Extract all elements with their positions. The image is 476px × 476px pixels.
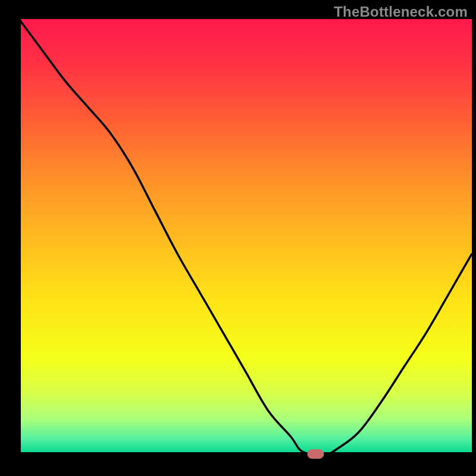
chart-container: TheBottleneck.com [0, 0, 476, 476]
optimal-point-marker [307, 449, 324, 459]
bottleneck-chart [0, 0, 476, 476]
plot-background [19, 19, 472, 454]
watermark-text: TheBottleneck.com [334, 4, 468, 20]
